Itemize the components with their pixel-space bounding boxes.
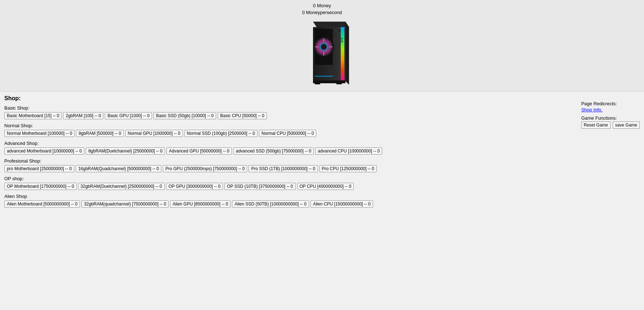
shop-btn-normal-shop-0[interactable]: Normal Motherboard [100000] -- 0 [4,130,75,137]
shop-section-label-pro-shop: Profesional Shop: [4,158,640,164]
shop-btn-alien-shop-2[interactable]: Alien GPU [8500000000] -- 0 [170,200,231,208]
save-game-button[interactable]: save Game [613,121,640,129]
shop-btn-advanced-shop-4[interactable]: advanced CPU [100000000] -- 0 [315,147,382,155]
shop-section-label-advanced-shop: Advanced Shop: [4,141,640,146]
shop-btn-op-shop-2[interactable]: OP GPU [3000000000] -- 0 [166,183,223,190]
svg-rect-15 [315,83,320,84]
game-functions-label: Game Functions: [581,115,640,121]
shop-section-label-op-shop: OP shop: [4,176,640,181]
shop-btn-advanced-shop-3[interactable]: advanced SSD (500gb) [75000000] -- 0 [233,147,314,155]
game-functions-buttons: Reset Game save Game [581,121,640,129]
svg-point-6 [321,44,327,50]
shop-btn-alien-shop-1[interactable]: 32gbRAM(quadchannel) [7500000000] -- 0 [81,200,169,208]
shop-btn-pro-shop-4[interactable]: Pro CPU [1250000000] -- 0 [319,165,377,172]
shop-section-op-shop: OP shop:OP Motherboard [1750000000] -- 0… [4,176,640,190]
money-per-second-display: 0 Moneypersecond [0,10,644,15]
pc-tower-image [293,18,351,87]
shop-section-label-basic-shop: Basic Shop: [4,105,640,111]
svg-marker-1 [345,22,349,85]
redirects-label: Page Redicrects: [581,101,640,106]
header-area: 0 Money 0 Moneypersecond [0,0,644,92]
shop-buttons-pro-shop: pro Motherboard [250000000] -- 016gbRAM(… [4,165,640,172]
shop-btn-pro-shop-2[interactable]: Pro GPU (2500000mps) [750000000] -- 0 [163,165,247,172]
shop-btn-basic-shop-0[interactable]: Basic Motherboard [15] -- 0 [4,112,62,119]
shop-buttons-basic-shop: Basic Motherboard [15] -- 02gbRAM [100] … [4,112,640,119]
shop-buttons-alien-shop: Alien Motherboard [5000000000] -- 032gbR… [4,200,640,208]
money-display: 0 Money [0,3,644,8]
svg-rect-12 [335,30,337,32]
right-panel: Page Redicrects: Shop Info. Game Functio… [581,101,640,129]
shop-section-alien-shop: Alien ShopAlien Motherboard [5000000000]… [4,194,640,208]
shop-btn-op-shop-1[interactable]: 32gbRAM(Duelchannel) [2500000000] -- 0 [78,183,165,190]
shop-section-label-alien-shop: Alien Shop [4,194,640,199]
shop-btn-advanced-shop-0[interactable]: advanced Motherboard [10000000] -- 0 [4,147,84,155]
svg-rect-19 [335,41,343,42]
shop-section-pro-shop: Profesional Shop:pro Motherboard [250000… [4,158,640,172]
shop-btn-alien-shop-0[interactable]: Alien Motherboard [5000000000] -- 0 [4,200,80,208]
shop-btn-normal-shop-2[interactable]: Normal GPU [1000000] -- 0 [125,130,183,137]
shop-buttons-normal-shop: Normal Motherboard [100000] -- 08gbRAM [… [4,130,640,137]
shop-btn-op-shop-0[interactable]: OP Motherboard [1750000000] -- 0 [4,183,77,190]
shop-btn-normal-shop-4[interactable]: Normal CPU [5000000] -- 0 [259,130,316,137]
shop-btn-basic-shop-3[interactable]: Basic SSD (50gb) [10000] -- 0 [153,112,216,119]
shop-btn-pro-shop-0[interactable]: pro Motherboard [250000000] -- 0 [4,165,74,172]
reset-game-button[interactable]: Reset Game [581,121,611,129]
svg-marker-0 [313,22,349,27]
shop-btn-pro-shop-1[interactable]: 16gbRAM(Quadchannel) [500000000] -- 0 [76,165,161,172]
shop-area: Shop: Basic Shop:Basic Motherboard [15] … [0,92,644,215]
shop-btn-op-shop-3[interactable]: OP SSD (10TB) [3750000000] -- 0 [224,183,295,190]
svg-rect-17 [335,38,343,39]
shop-btn-basic-shop-4[interactable]: Basic CPU [50000] -- 0 [218,112,267,119]
shop-btn-pro-shop-3[interactable]: Pro SSD (1TB) [1000000000] -- 0 [249,165,318,172]
shop-section-basic-shop: Basic Shop:Basic Motherboard [15] -- 02g… [4,105,640,119]
svg-rect-13 [338,30,340,32]
shop-sections-container: Basic Shop:Basic Motherboard [15] -- 02g… [4,105,640,208]
shop-btn-alien-shop-4[interactable]: Alien CPU [15000000000] -- 0 [310,200,373,208]
shop-title: Shop: [4,95,640,102]
shop-btn-advanced-shop-2[interactable]: Advanced GPU [50000000] -- 0 [166,147,232,155]
shop-btn-op-shop-4[interactable]: OP CPU [4000000000] -- 0 [297,183,354,190]
shop-buttons-advanced-shop: advanced Motherboard [10000000] -- 08gbR… [4,147,640,155]
svg-rect-16 [336,83,342,84]
shop-btn-normal-shop-1[interactable]: 8gbRAM [500000] -- 0 [76,130,124,137]
shop-section-label-normal-shop: Normal Shop: [4,123,640,128]
shop-section-normal-shop: Normal Shop:Normal Motherboard [100000] … [4,123,640,137]
shop-buttons-op-shop: OP Motherboard [1750000000] -- 032gbRAM(… [4,183,640,190]
shop-section-advanced-shop: Advanced Shop:advanced Motherboard [1000… [4,141,640,155]
svg-rect-18 [335,40,343,40]
shop-info-link[interactable]: Shop Info. [581,107,640,112]
shop-btn-alien-shop-3[interactable]: Alien SSD (50TB) [10000000000] -- 0 [232,200,309,208]
shop-btn-normal-shop-3[interactable]: Normal SSD (100gb) [2500000] -- 0 [184,130,258,137]
shop-btn-basic-shop-2[interactable]: Basic GPU [1000] -- 0 [105,112,152,119]
svg-rect-20 [315,76,333,77]
shop-btn-basic-shop-1[interactable]: 2gbRAM [100] -- 0 [63,112,103,119]
shop-btn-advanced-shop-1[interactable]: 8gbRAM(Duelchannel) [25000000] -- 0 [86,147,165,155]
svg-rect-11 [341,27,344,81]
